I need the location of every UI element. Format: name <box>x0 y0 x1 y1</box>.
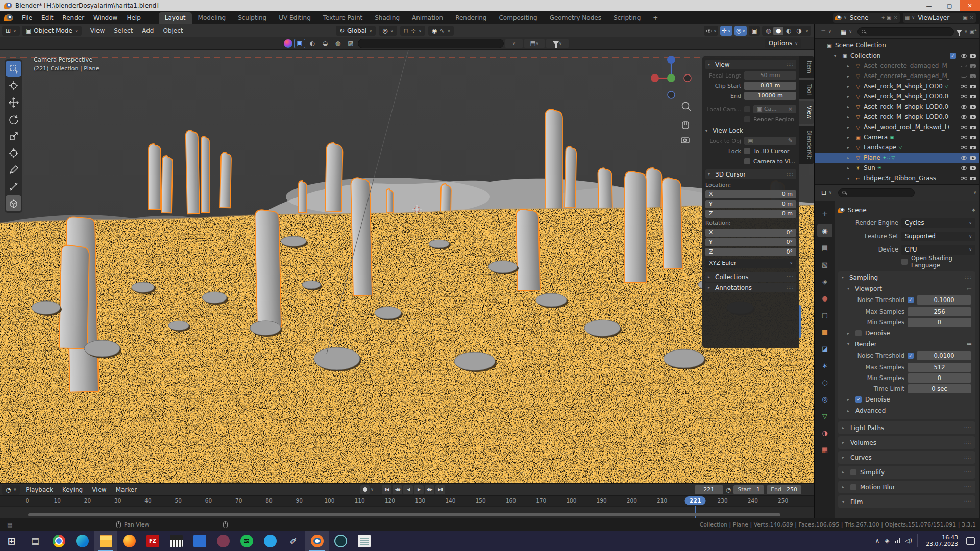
max-samples-field[interactable]: 512 <box>908 363 971 372</box>
taskbar-app-button[interactable] <box>94 531 117 551</box>
menu-item[interactable]: Edit <box>37 14 58 21</box>
local-camera-checkbox[interactable] <box>744 106 750 112</box>
outliner-filter-icon[interactable] <box>956 30 962 34</box>
menu-item[interactable]: Help <box>122 14 145 21</box>
blenderkit-logo-icon[interactable] <box>284 39 292 48</box>
blenderkit-assetbar-dropdown[interactable]: ▤∨ <box>524 39 545 48</box>
viewport-menu-item[interactable]: Object <box>158 27 187 34</box>
blender-menu-icon[interactable] <box>4 14 13 21</box>
pivot-point-dropdown[interactable]: ◎∨ <box>379 26 397 36</box>
lock-camera-row[interactable]: Camera to Vi... <box>705 156 796 166</box>
workspace-tab[interactable]: Sculpting <box>232 12 273 24</box>
scale-tool[interactable] <box>6 128 21 144</box>
render-visibility-toggle[interactable] <box>969 155 976 161</box>
hide-toggle[interactable] <box>960 62 967 69</box>
viewport-menu-item[interactable]: Add <box>137 27 158 34</box>
n-panel-tab[interactable]: View <box>799 101 814 123</box>
pin-icon[interactable]: ⌖ <box>972 207 975 214</box>
hide-toggle[interactable] <box>960 93 967 100</box>
hide-toggle[interactable] <box>960 154 967 161</box>
notification-center-icon[interactable] <box>966 537 975 545</box>
collapsed-panel[interactable]: ▸ Simplify ≔ ∷∷ <box>838 466 975 479</box>
outliner-collection[interactable]: ▾ Collection <box>815 51 979 61</box>
timeline-menu-item[interactable]: View <box>87 486 111 493</box>
cursor-loc-z[interactable]: Z0 m <box>705 209 796 218</box>
snap-to-icon[interactable]: ⊹ <box>411 27 416 34</box>
eyedropper-icon[interactable]: ✎ <box>788 137 793 145</box>
render-visibility-toggle[interactable] <box>969 114 976 120</box>
time-limit-field[interactable]: 0 sec <box>908 384 971 393</box>
cursor-loc-x[interactable]: X0 m <box>705 189 796 199</box>
frame-start-field[interactable]: Start1 <box>733 485 764 494</box>
taskbar-app-button[interactable] <box>329 531 352 551</box>
taskbar-app-button[interactable]: FZ <box>141 531 164 551</box>
outliner-item[interactable]: ▸ Aset_rock_M_shopk_LOD0.001 <box>815 91 979 102</box>
workspace-tab[interactable]: + <box>647 12 664 24</box>
outliner-item[interactable]: ▸ Aset_rock_M_shopk_LOD0.003 <box>815 112 979 122</box>
mode-dropdown[interactable]: ▣ Object Mode ∨ <box>22 26 82 36</box>
preset-icon[interactable]: ≔ <box>967 341 972 347</box>
annotate-tool[interactable] <box>6 162 21 178</box>
outliner-item[interactable]: ▸ Aset_concrete_damaged_M_slunl_L0 <box>815 71 979 81</box>
volume-icon[interactable]: ◁) <box>905 537 912 544</box>
taskbar-app-button[interactable] <box>258 531 282 551</box>
workspace-tab[interactable]: Geometry Nodes <box>544 12 607 24</box>
collapsed-panel[interactable]: ▸ Volumes ≔ ∷∷ <box>838 436 975 449</box>
min-samples-field[interactable]: 0 <box>908 318 971 327</box>
timeline-menu-item[interactable]: Keying <box>58 486 87 493</box>
render-region-row[interactable]: Render Region <box>705 114 796 124</box>
hide-toggle[interactable] <box>960 113 967 120</box>
properties-tab[interactable] <box>817 359 832 372</box>
blenderkit-hdr-filter-icon[interactable]: ◍ <box>332 39 344 48</box>
properties-tab[interactable] <box>817 291 832 305</box>
rendered-shading-button[interactable]: ◑ <box>794 27 804 35</box>
solid-shading-button[interactable]: ● <box>773 27 783 35</box>
focal-length-row[interactable]: Focal Lengt50 mm <box>705 70 796 81</box>
outliner-item[interactable]: ▸ Aset_rock_M_shopk_LOD0.002 <box>815 102 979 112</box>
timeline-scrollbar[interactable] <box>28 513 780 516</box>
hide-toggle[interactable] <box>960 72 967 80</box>
outliner-item[interactable]: ▸ Camera ▣ <box>815 132 979 142</box>
add-cube-tool[interactable] <box>6 195 21 211</box>
workspace-tab[interactable]: Layout <box>159 12 192 24</box>
collections-panel-header[interactable]: ▸Collections∷∷ <box>705 272 796 282</box>
render-visibility-toggle[interactable] <box>969 124 976 131</box>
cursor-rot-y[interactable]: Y0° <box>705 237 796 247</box>
taskbar-app-button[interactable] <box>47 531 70 551</box>
panel-checkbox[interactable] <box>850 484 856 490</box>
viewlayer-selector[interactable]: ▦ ∨ ViewLayer ▣ × <box>903 13 976 23</box>
rotation-mode-dropdown[interactable]: XYZ Euler∨ <box>705 258 796 268</box>
properties-tab[interactable] <box>817 443 832 456</box>
delete-scene-icon[interactable]: × <box>894 15 898 20</box>
wireframe-shading-button[interactable]: ◍ <box>763 27 773 35</box>
minimize-button[interactable]: — <box>919 0 939 11</box>
select-box-tool[interactable] <box>6 61 21 77</box>
viewport-3d[interactable]: Camera Perspective (221) Collection | Pl… <box>0 50 814 483</box>
blenderkit-brushes-filter-icon[interactable]: ▨ <box>345 39 356 48</box>
outliner-item[interactable]: ▸ Landscape ▽ <box>815 142 979 153</box>
timeline-menu-item[interactable]: Marker <box>111 486 141 493</box>
properties-tab[interactable] <box>817 207 832 220</box>
hide-toggle[interactable] <box>960 144 967 151</box>
frame-end-field[interactable]: End250 <box>767 485 801 494</box>
properties-options-dropdown[interactable]: ∨ <box>973 190 976 195</box>
transport-button[interactable]: ◆▶ <box>425 485 434 494</box>
transport-button[interactable]: ▮◀ <box>382 485 391 494</box>
rotate-tool[interactable] <box>6 111 21 127</box>
render-visibility-toggle[interactable] <box>969 93 976 100</box>
outliner-item[interactable]: ▸ Sun ☀ <box>815 163 979 173</box>
render-denoise-row[interactable]: ▸Denoise <box>838 394 975 405</box>
hide-toggle[interactable] <box>960 174 967 182</box>
min-samples-field[interactable]: 0 <box>908 373 971 383</box>
security-shield-icon[interactable]: ◈ <box>885 537 889 544</box>
hide-toggle[interactable] <box>960 123 967 131</box>
workspace-tab[interactable]: Texture Paint <box>317 12 369 24</box>
falloff-curve-icon[interactable]: ∿ <box>439 27 445 34</box>
properties-tab[interactable] <box>817 426 832 439</box>
workspace-tab[interactable]: Compositing <box>493 12 543 24</box>
cursor-rot-x[interactable]: X0° <box>705 228 796 237</box>
xray-toggle[interactable]: ▣ <box>749 26 760 36</box>
noise-threshold-field[interactable]: 0.0100 <box>917 351 971 360</box>
new-scene-icon[interactable]: ▣ <box>887 15 891 20</box>
blenderkit-filter-dropdown[interactable]: ∨ <box>546 39 569 48</box>
